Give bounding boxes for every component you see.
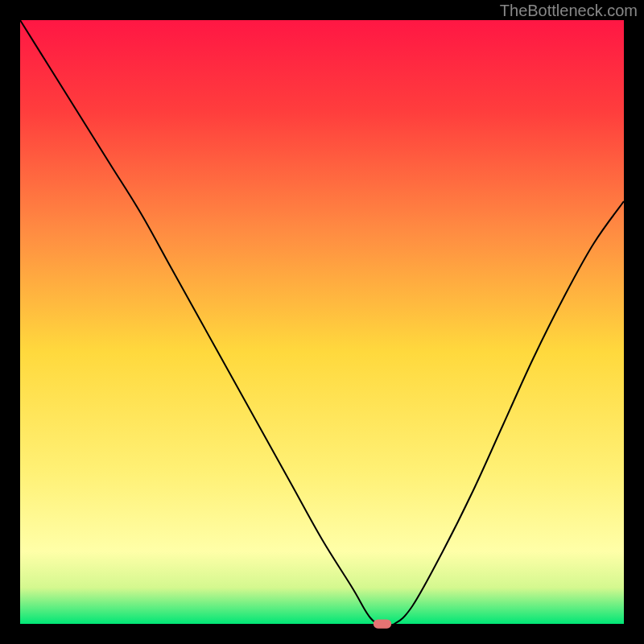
optimal-marker — [374, 619, 392, 628]
chart-svg — [0, 0, 644, 644]
chart-container: TheBottleneck.com — [0, 0, 644, 644]
plot-background — [20, 20, 624, 624]
watermark: TheBottleneck.com — [500, 2, 638, 20]
